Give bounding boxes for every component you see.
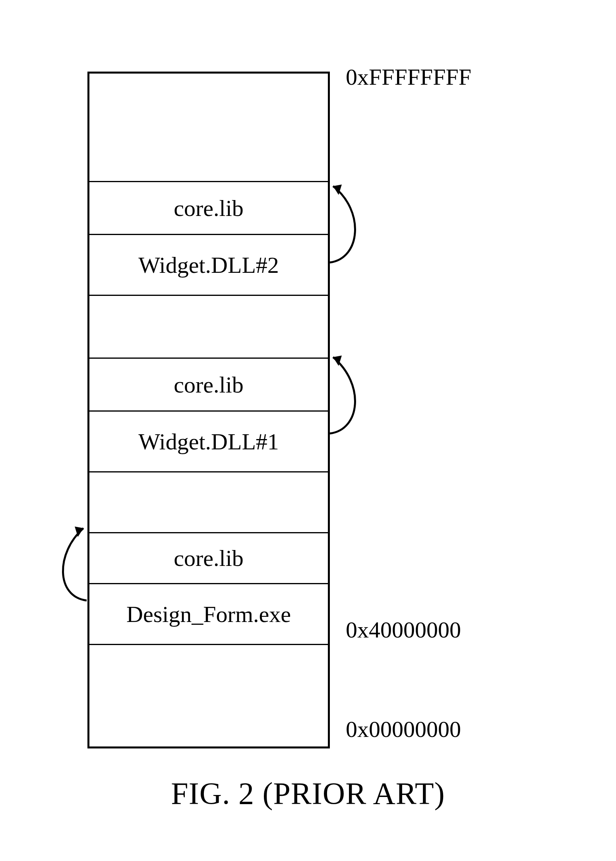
- arrow-dll1-to-corelib: [329, 350, 385, 469]
- region-core-lib-2: core.lib: [89, 359, 328, 412]
- address-top: 0xFFFFFFFF: [346, 64, 471, 90]
- region-core-lib-1: core.lib: [89, 533, 328, 584]
- region-label: Widget.DLL#1: [138, 428, 279, 455]
- region-design-form-exe: Design_Form.exe: [89, 584, 328, 645]
- address-bottom: 0x00000000: [346, 716, 461, 742]
- region-label: core.lib: [174, 371, 244, 398]
- memory-column: core.lib Widget.DLL#2 core.lib Widget.DL…: [87, 72, 330, 748]
- region-widget-dll-1: Widget.DLL#1: [89, 412, 328, 472]
- region-core-lib-3: core.lib: [89, 182, 328, 235]
- region-empty-top: [89, 74, 328, 182]
- region-label: core.lib: [174, 545, 244, 571]
- memory-map-diagram: core.lib Widget.DLL#2 core.lib Widget.DL…: [87, 72, 330, 748]
- figure-caption: FIG. 2 (PRIOR ART): [0, 775, 616, 811]
- region-widget-dll-2: Widget.DLL#2: [89, 235, 328, 296]
- region-gap-1: [89, 472, 328, 533]
- region-label: core.lib: [174, 195, 244, 222]
- arrow-dll2-to-corelib: [329, 179, 385, 298]
- address-exe-base: 0x40000000: [346, 616, 461, 643]
- region-label: Design_Form.exe: [126, 601, 291, 628]
- region-label: Widget.DLL#2: [138, 252, 279, 278]
- region-gap-2: [89, 296, 328, 359]
- arrow-exe-to-corelib: [44, 521, 99, 640]
- region-empty-bottom: [89, 645, 328, 746]
